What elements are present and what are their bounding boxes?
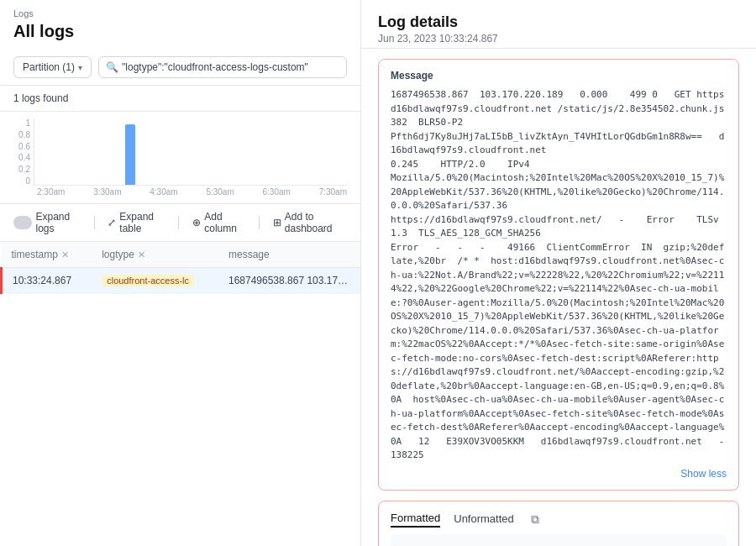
divider: [94, 216, 95, 229]
divider: [259, 216, 260, 229]
format-tabs: Formatted Unformatted ⧉: [391, 512, 727, 528]
table-row[interactable]: 10:33:24.867 cloudfront-access-lc 168749…: [2, 268, 361, 294]
formatted-content: logtype : cloudfront-access-logs-custom …: [391, 534, 727, 547]
remove-timestamp-icon[interactable]: ✕: [61, 249, 69, 260]
y-label-0: 0: [13, 176, 30, 186]
expand-logs-label: Expand logs: [35, 211, 80, 234]
col-timestamp: timestamp ✕: [2, 242, 92, 268]
left-panel: Logs All logs Partition (1) ▾ 🔍 1 logs f…: [0, 0, 361, 546]
x-label: 7:30am: [319, 187, 347, 197]
add-column-button[interactable]: ⊕ Add column: [192, 211, 245, 234]
table-area: timestamp ✕ logtype ✕ message: [0, 242, 360, 546]
expand-table-label: Expand table: [119, 211, 165, 234]
chevron-down-icon: ▾: [78, 63, 82, 72]
formatted-section: Formatted Unformatted ⧉ logtype : cloudf…: [378, 501, 739, 547]
message-label: Message: [391, 70, 727, 81]
y-label-08: 0.8: [13, 130, 30, 139]
search-box: 🔍: [98, 56, 347, 78]
y-label-1: 1: [13, 118, 30, 128]
expand-table-button[interactable]: ⤢ Expand table: [108, 211, 165, 234]
actions-bar: Expand logs ⤢ Expand table ⊕ Add column …: [0, 204, 360, 242]
search-input[interactable]: [122, 61, 339, 73]
timestamp-value: 10:33:24.867: [13, 275, 71, 286]
bar: [125, 124, 136, 185]
remove-logtype-icon[interactable]: ✕: [138, 249, 145, 260]
x-label: 4:30am: [150, 187, 177, 197]
dashboard-icon: ⊞: [273, 217, 281, 228]
show-less-link[interactable]: Show less: [391, 468, 727, 480]
results-count: 1 logs found: [13, 92, 68, 104]
add-column-label: Add column: [204, 211, 245, 234]
right-header: Log details Jun 23, 2023 10:33:24.867: [361, 0, 756, 49]
table-header-row: timestamp ✕ logtype ✕ message: [2, 242, 361, 268]
page-title: All logs: [0, 20, 360, 50]
cell-message: 1687496538.867 103.170.220.189 0.000 499…: [218, 268, 360, 294]
col-message-label: message: [228, 249, 270, 260]
col-timestamp-label: timestamp: [12, 249, 58, 260]
right-content: Message 1687496538.867 103.170.220.189 0…: [361, 49, 756, 546]
tab-formatted[interactable]: Formatted: [391, 512, 440, 528]
x-labels: 2:30am 3:30am 4:30am 5:30am 6:30am 7:30a…: [34, 187, 347, 197]
x-label: 6:30am: [263, 187, 291, 197]
col-logtype: logtype ✕: [92, 242, 218, 268]
log-details-title: Log details: [378, 13, 739, 31]
y-label-06: 0.6: [13, 142, 30, 151]
expand-logs-toggle[interactable]: Expand logs: [13, 211, 81, 234]
copy-icon[interactable]: ⧉: [531, 512, 539, 527]
y-label-04: 0.4: [13, 153, 30, 162]
partition-label: Partition (1): [23, 61, 75, 73]
message-value: 1687496538.867 103.170.220.189 0.000 499…: [228, 275, 360, 286]
x-label: 2:30am: [37, 187, 65, 197]
x-label: 3:30am: [93, 187, 121, 197]
tab-unformatted[interactable]: Unformatted: [454, 512, 514, 527]
col-logtype-label: logtype: [102, 249, 134, 260]
y-label-02: 0.2: [13, 165, 30, 174]
formatted-logtype-row: logtype : cloudfront-access-logs-custom: [399, 543, 718, 547]
results-bar: 1 logs found: [0, 86, 360, 112]
expand-logs-switch[interactable]: [13, 216, 32, 229]
right-panel: Log details Jun 23, 2023 10:33:24.867 Me…: [361, 0, 756, 546]
log-details-date: Jun 23, 2023 10:33:24.867: [378, 33, 739, 45]
expand-icon: ⤢: [108, 217, 116, 228]
cell-logtype: cloudfront-access-lc: [92, 268, 218, 294]
chart-bars: [34, 118, 347, 186]
col-message: message: [218, 242, 360, 268]
add-to-dashboard-button[interactable]: ⊞ Add to dashboard: [273, 211, 347, 234]
divider: [178, 216, 179, 229]
plus-icon: ⊕: [192, 217, 201, 228]
message-section: Message 1687496538.867 103.170.220.189 0…: [378, 59, 739, 491]
search-icon: 🔍: [106, 61, 118, 73]
add-to-dashboard-label: Add to dashboard: [285, 211, 347, 234]
logtype-badge: cloudfront-access-lc: [102, 275, 194, 286]
toolbar: Partition (1) ▾ 🔍: [0, 50, 360, 86]
cell-timestamp: 10:33:24.867: [2, 268, 92, 294]
breadcrumb: Logs: [0, 0, 360, 20]
chart-area: 1 0.8 0.6 0.4 0.2 0: [0, 112, 360, 204]
logs-table: timestamp ✕ logtype ✕ message: [0, 242, 360, 294]
x-label: 5:30am: [206, 187, 234, 197]
partition-button[interactable]: Partition (1) ▾: [13, 56, 92, 78]
message-text: 1687496538.867 103.170.220.189 0.000 499…: [391, 88, 727, 463]
